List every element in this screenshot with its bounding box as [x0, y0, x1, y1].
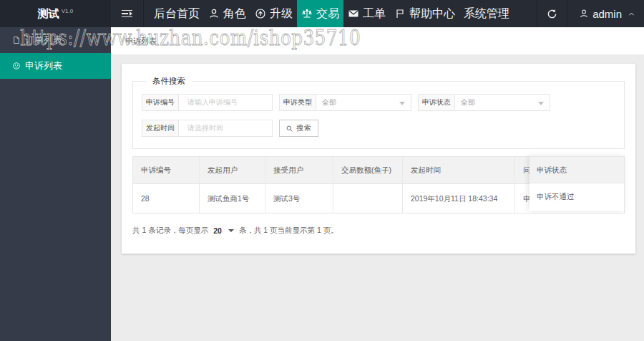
appeal-status-group: 申诉状态 全部 [418, 94, 550, 111]
refresh-icon [547, 9, 557, 19]
flag-icon [394, 8, 406, 19]
page-size-caret-icon [228, 229, 234, 232]
user-icon [579, 9, 589, 19]
col-receiver: 接受用户 [265, 157, 333, 183]
fixed-status-column: 申诉状态 申诉不通过 [530, 156, 625, 211]
search-button[interactable]: 搜索 [279, 120, 318, 137]
nav-help[interactable]: 帮助中心 [390, 0, 459, 27]
upgrade-icon [255, 8, 266, 19]
app-version: V1.0 [62, 8, 73, 14]
start-time-group: 发起时间 请选择时间 [142, 120, 273, 137]
pagination: 共 1 条记录，每页显示 20 条，共 1 页当前显示第 1 页。 [132, 226, 625, 236]
nav-system[interactable]: 系统管理 [459, 0, 514, 27]
user-icon [208, 8, 220, 19]
nav-home[interactable]: 后台首页 [150, 0, 204, 27]
page-size-select[interactable]: 20 [213, 226, 234, 235]
chevron-up-icon [628, 10, 635, 18]
app-logo[interactable]: 测试 V1.0 [0, 0, 111, 27]
appeal-type-group: 申诉类型 全部 [279, 94, 411, 111]
col-time: 发起时间 [403, 157, 515, 183]
appeal-no-label: 申诉编号 [142, 94, 179, 111]
appeal-no-input[interactable]: 请输入申诉编号 [179, 94, 273, 111]
app-title: 测试 [38, 7, 59, 21]
content-card: 条件搜索 申诉编号 请输入申诉编号 申诉类型 全部 申诉状态 全部 发起时间 [122, 64, 635, 254]
face-icon [12, 62, 21, 70]
col-amount: 交易数额(鱼子) [333, 157, 403, 183]
select-caret-icon [538, 102, 544, 105]
sidebar-toggle-button[interactable] [111, 0, 144, 27]
refresh-button[interactable] [537, 0, 567, 27]
breadcrumb: 申诉列表 [125, 36, 157, 47]
appeal-type-label: 申诉类型 [279, 94, 316, 111]
sidebar: 订单列表 申诉列表 [0, 27, 111, 341]
nav-trade[interactable]: 交易 [297, 0, 343, 27]
appeal-type-select[interactable]: 全部 [316, 94, 411, 111]
status-cell: 申诉不通过 [530, 183, 624, 210]
appeal-no-group: 申诉编号 请输入申诉编号 [142, 94, 273, 111]
menu-collapse-icon [122, 10, 132, 18]
top-nav: 后台首页 角色 升级 交易 工单 帮助中心 系统管理 [150, 0, 514, 27]
search-icon [286, 125, 293, 133]
topbar-right: admin [537, 0, 644, 27]
topbar: 测试 V1.0 后台首页 角色 升级 交易 工单 帮助中心 系统管理 admin [0, 0, 644, 27]
nav-roles[interactable]: 角色 [204, 0, 250, 27]
col-initiator: 发起用户 [200, 157, 265, 183]
col-status: 申诉状态 [530, 157, 624, 183]
select-caret-icon [399, 102, 405, 105]
nav-upgrade[interactable]: 升级 [250, 0, 297, 27]
sidebar-item-appeals[interactable]: 申诉列表 [0, 53, 111, 79]
appeals-table: 申诉编号 发起用户 接受用户 交易数额(鱼子) 发起时间 问题描述 28 测试鱼… [132, 156, 625, 213]
breadcrumb-bar: 申诉列表 [111, 27, 644, 54]
sidebar-item-orders[interactable]: 订单列表 [0, 27, 111, 53]
mail-icon [348, 8, 359, 19]
appeal-status-label: 申诉状态 [418, 94, 455, 111]
col-appeal-no: 申诉编号 [133, 157, 200, 183]
appeal-status-select[interactable]: 全部 [455, 94, 550, 111]
search-legend: 条件搜索 [146, 76, 192, 87]
start-time-label: 发起时间 [142, 120, 179, 137]
search-fieldset: 条件搜索 申诉编号 请输入申诉编号 申诉类型 全部 申诉状态 全部 发起时间 [132, 81, 625, 149]
file-icon [12, 36, 21, 44]
start-time-input[interactable]: 请选择时间 [179, 120, 273, 137]
scale-icon [301, 8, 313, 19]
user-menu[interactable]: admin [567, 0, 644, 27]
username: admin [592, 8, 622, 20]
nav-tickets[interactable]: 工单 [343, 0, 390, 27]
main-content: 申诉列表 条件搜索 申诉编号 请输入申诉编号 申诉类型 全部 申诉状态 全部 [111, 27, 644, 341]
